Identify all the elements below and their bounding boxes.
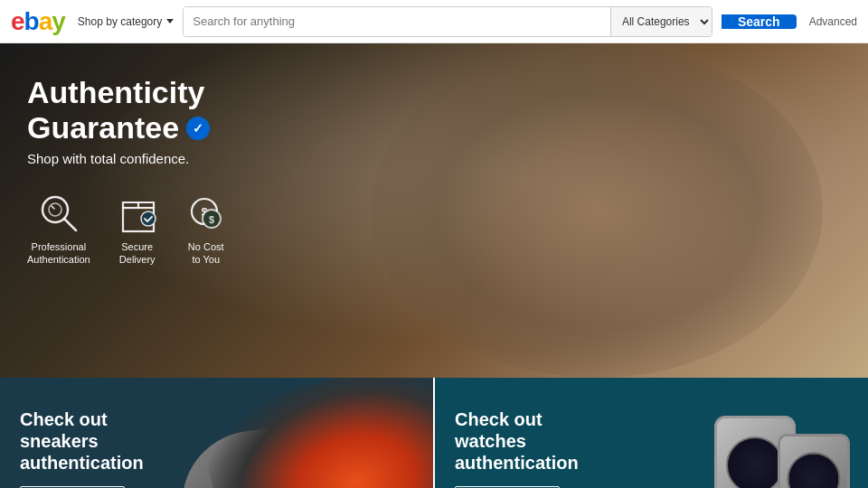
- sneakers-card: Check outsneakersauthentication Learn mo…: [0, 378, 433, 488]
- watches-image: [678, 389, 859, 488]
- feature-secure-delivery: SecureDelivery: [116, 192, 159, 267]
- category-select[interactable]: All Categories: [610, 7, 712, 36]
- magnifier-icon: [37, 192, 80, 235]
- feature-cost-label: No Costto You: [188, 240, 224, 267]
- hero-content: Authenticity Guarantee ✓ Shop with total…: [0, 43, 868, 267]
- box-icon: [116, 192, 159, 235]
- sneakers-card-title: Check outsneakersauthentication: [20, 408, 144, 474]
- search-button[interactable]: Search: [722, 14, 797, 29]
- search-input[interactable]: [184, 7, 610, 36]
- coin-icon: $ $: [184, 192, 228, 235]
- search-bar: All Categories: [183, 6, 712, 37]
- watches-card-content: Check outwatchesauthentication Learn mor…: [435, 390, 599, 488]
- hero-subtitle: Shop with total confidence.: [27, 151, 868, 166]
- watch2-image: [778, 434, 850, 488]
- hero-banner: Authenticity Guarantee ✓ Shop with total…: [0, 43, 868, 378]
- ebay-logo[interactable]: e b a y: [11, 7, 65, 36]
- svg-point-2: [49, 203, 61, 216]
- svg-line-1: [64, 219, 76, 230]
- sneakers-card-content: Check outsneakersauthentication Learn mo…: [0, 390, 164, 488]
- verified-badge-icon: ✓: [186, 117, 210, 140]
- watches-card-title: Check outwatchesauthentication: [455, 408, 579, 474]
- hero-title: Authenticity Guarantee ✓: [27, 75, 868, 145]
- watches-card: Check outwatchesauthentication Learn mor…: [433, 378, 868, 488]
- svg-text:$: $: [209, 214, 214, 225]
- feature-delivery-label: SecureDelivery: [119, 240, 156, 267]
- svg-point-5: [141, 211, 156, 226]
- bottom-cards: Check outsneakersauthentication Learn mo…: [0, 378, 868, 488]
- feature-no-cost: $ $ No Costto You: [184, 192, 228, 267]
- advanced-link[interactable]: Advanced: [809, 15, 857, 28]
- header: e b a y Shop by category All Categories …: [0, 0, 868, 43]
- feature-professional-authentication: ProfessionalAuthentication: [27, 192, 90, 267]
- sneaker-image: [194, 378, 433, 488]
- feature-auth-label: ProfessionalAuthentication: [27, 240, 90, 267]
- shop-by-category-label: Shop by category: [78, 15, 162, 28]
- hero-features: ProfessionalAuthentication SecureDeliver…: [27, 192, 868, 267]
- chevron-down-icon: [166, 19, 174, 23]
- shop-by-category-button[interactable]: Shop by category: [78, 15, 174, 28]
